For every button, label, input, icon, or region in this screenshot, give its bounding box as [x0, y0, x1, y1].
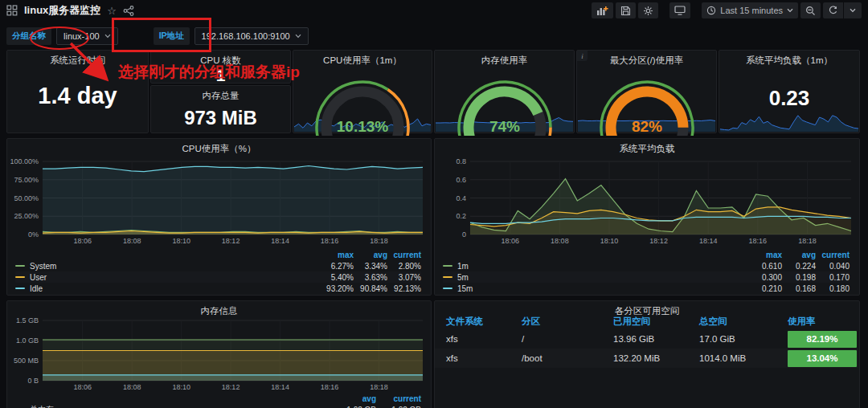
legend-row[interactable]: 总内存1.02 GB1.02 GB — [15, 404, 421, 408]
chevron-down-icon — [104, 34, 111, 39]
table-header: 文件系统分区已用空间总空间使用率 — [435, 313, 858, 329]
cycle-view-mode-button[interactable] — [669, 2, 690, 18]
disk-partitions-table: 文件系统分区已用空间总空间使用率xfs/13.96 GiB17.0 GiB82.… — [435, 313, 858, 368]
svg-text:18:14: 18:14 — [699, 237, 718, 245]
legend-row[interactable]: User5.40%3.63%3.07% — [15, 271, 421, 283]
legend-row[interactable]: Idle93.20%90.84%92.13% — [15, 283, 421, 294]
svg-text:0.6: 0.6 — [456, 176, 466, 184]
panel-title[interactable]: 系统平均负载（1m） — [719, 55, 859, 67]
add-panel-button[interactable] — [592, 2, 613, 18]
mem-usage-gauge: 74% — [440, 65, 569, 136]
legend-row[interactable]: 15m0.2100.1680.180 — [443, 283, 850, 294]
time-range-picker[interactable]: Last 15 minutes — [702, 2, 798, 18]
variable-ip-value: 192.168.106.100:9100 — [202, 31, 290, 41]
dashboard-title[interactable]: linux服务器监控 — [24, 3, 100, 18]
cpu-usage-chart[interactable]: 0%25.00%50.00%75.00%100.00%18:0618:0818:… — [10, 157, 428, 247]
svg-text:18:08: 18:08 — [123, 237, 141, 245]
chevron-down-icon — [850, 8, 856, 13]
svg-text:18:16: 18:16 — [321, 237, 339, 245]
svg-text:1.5 GB: 1.5 GB — [16, 316, 39, 324]
svg-text:18:12: 18:12 — [649, 237, 668, 245]
dashboard-settings-button[interactable] — [638, 2, 658, 18]
svg-text:0 B: 0 B — [27, 377, 39, 385]
star-icon[interactable]: ☆ — [107, 5, 117, 17]
svg-text:0%: 0% — [28, 231, 39, 239]
dashboard-grid-icon[interactable] — [6, 5, 18, 16]
svg-text:18:10: 18:10 — [600, 237, 619, 245]
svg-text:500 MB: 500 MB — [14, 357, 39, 365]
grafana-dashboard: { "header": { "title": "linux服务器监控", "ti… — [0, 0, 868, 408]
refresh-interval-dropdown[interactable] — [844, 2, 862, 18]
svg-text:18:10: 18:10 — [172, 237, 190, 245]
legend-header: maxavgcurrent — [443, 249, 850, 260]
table-cell: 132.20 MiB — [613, 353, 699, 363]
table-cell: / — [522, 334, 613, 344]
svg-text:18:14: 18:14 — [271, 383, 289, 391]
disk-usage-gauge: 82% — [583, 65, 711, 136]
svg-text:18:16: 18:16 — [321, 383, 339, 391]
table-header-cell[interactable]: 分区 — [522, 316, 613, 328]
refresh-button[interactable] — [823, 2, 843, 18]
svg-text:18:18: 18:18 — [370, 383, 388, 391]
legend-row[interactable]: 1m0.6100.2240.040 — [443, 260, 850, 271]
table-header-cell[interactable]: 文件系统 — [446, 316, 522, 328]
svg-text:100.00%: 100.00% — [10, 157, 39, 165]
table-cell: xfs — [446, 334, 522, 344]
share-icon[interactable] — [123, 6, 134, 16]
annotation-arrow — [63, 40, 125, 92]
svg-text:18:06: 18:06 — [73, 383, 92, 391]
table-header-cell[interactable]: 已用空间 — [613, 316, 699, 328]
panel-title[interactable]: 内存总量 — [151, 90, 290, 102]
table-cell: xfs — [446, 353, 522, 363]
legend-row[interactable]: 5m0.3000.1980.170 — [443, 271, 850, 283]
svg-text:50.00%: 50.00% — [14, 194, 39, 202]
legend-row[interactable]: System6.27%3.34%2.80% — [15, 260, 421, 271]
cpu-usage-gauge: 10.13% — [298, 65, 427, 136]
svg-text:18:08: 18:08 — [123, 383, 141, 391]
memory-chart-legend: avgcurrent总内存1.02 GB1.02 GB — [15, 393, 421, 408]
svg-text:18:08: 18:08 — [551, 237, 569, 245]
svg-text:18:18: 18:18 — [370, 237, 388, 245]
refresh-split-button — [823, 2, 862, 18]
legend-header: avgcurrent — [15, 393, 421, 404]
zoom-out-button[interactable] — [800, 2, 821, 18]
save-dashboard-button[interactable] — [616, 2, 636, 18]
svg-text:25.00%: 25.00% — [14, 212, 39, 220]
toolbar-right: Last 15 minutes — [592, 2, 862, 18]
panel-cpu-gauge: CPU使用率（1m） 10.13% — [293, 50, 432, 133]
svg-text:0.2: 0.2 — [456, 212, 466, 220]
table-header-cell[interactable]: 使用率 — [788, 316, 857, 328]
time-range-label: Last 15 minutes — [720, 6, 783, 15]
table-header-cell[interactable]: 总空间 — [699, 316, 788, 328]
svg-text:74%: 74% — [489, 118, 519, 135]
svg-text:18:06: 18:06 — [502, 237, 520, 245]
table-cell: 1014.0 MiB — [699, 353, 788, 363]
svg-text:1.0 GB: 1.0 GB — [16, 337, 39, 345]
chevron-down-icon — [787, 8, 793, 13]
table-row: xfs/boot132.20 MiB1014.0 MiB13.04% — [435, 349, 858, 368]
panel-title[interactable]: CPU使用率（%） — [7, 143, 431, 155]
svg-text:10.13%: 10.13% — [337, 118, 389, 135]
annotation-text: 选择刚才的分组和服务器ip — [118, 62, 300, 83]
svg-text:18:18: 18:18 — [798, 237, 817, 245]
svg-text:18:12: 18:12 — [222, 237, 240, 245]
panel-title[interactable]: 系统平均负载 — [435, 143, 859, 155]
table-cell: 13.96 GiB — [613, 334, 699, 344]
table-row: xfs/13.96 GiB17.0 GiB82.19% — [435, 329, 858, 349]
svg-text:75.00%: 75.00% — [14, 176, 39, 184]
memory-info-chart[interactable]: 0 B500 MB1.0 GB1.5 GB18:0618:0818:1018:1… — [10, 316, 428, 393]
panel-disk-table: 各分区可用空间 文件系统分区已用空间总空间使用率xfs/13.96 GiB17.… — [434, 300, 860, 408]
panel-load-chart: 系统平均负载 00.20.40.60.818:0618:0818:1018:12… — [434, 138, 860, 296]
panel-mem-gauge: 内存使用率 74% — [434, 50, 575, 133]
usage-badge: 13.04% — [788, 350, 857, 367]
svg-text:18:10: 18:10 — [172, 383, 190, 391]
panel-disk-gauge: i 最大分区(/)使用率 82% — [576, 50, 717, 133]
table-cell: /boot — [522, 353, 613, 363]
mem-total-value: 973 MiB — [151, 107, 290, 129]
panel-mem-total: 内存总量 973 MiB — [150, 85, 291, 133]
panel-cpu-chart: CPU使用率（%） 0%25.00%50.00%75.00%100.00%18:… — [6, 138, 432, 296]
svg-text:18:16: 18:16 — [749, 237, 768, 245]
load-average-chart[interactable]: 00.20.40.60.818:0618:0818:1018:1218:1418… — [438, 157, 856, 247]
cpu-chart-legend: maxavgcurrentSystem6.27%3.34%2.80%User5.… — [15, 249, 421, 294]
panel-load-stat: 系统平均负载（1m） 0.23 — [719, 50, 860, 133]
